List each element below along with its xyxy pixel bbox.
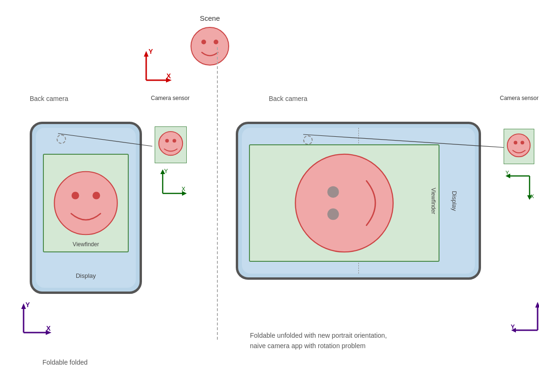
sensor-axes-right: Y X — [504, 169, 537, 201]
camera-sensor-label-left: Camera sensor — [151, 94, 190, 102]
svg-point-15 — [173, 139, 176, 142]
svg-point-9 — [54, 172, 117, 235]
phone-folded: Viewfinder Display — [30, 122, 142, 294]
svg-text:Y: Y — [164, 168, 168, 175]
back-camera-label-right: Back camera — [269, 94, 307, 104]
sensor-box-right — [504, 129, 534, 164]
axes-bottom-left: Y X — [14, 300, 57, 339]
sensor-axes-right-svg: Y X — [504, 169, 537, 200]
axes-bottom-right-svg: X Y — [509, 300, 539, 337]
sensor-face-right — [504, 129, 534, 164]
back-camera-label-left: Back camera — [30, 94, 68, 104]
top-coord-svg: Y X — [134, 47, 172, 85]
viewfinder-right — [249, 144, 439, 262]
svg-point-1 — [201, 40, 206, 44]
svg-point-34 — [521, 141, 524, 144]
svg-text:Y: Y — [149, 48, 153, 55]
svg-marker-42 — [535, 302, 539, 308]
phone-unfolded-screen: Viewfinder Display — [242, 128, 475, 274]
svg-text:X: X — [166, 72, 171, 80]
viewfinder-label-right: Viewfinder — [430, 188, 437, 214]
svg-point-13 — [159, 132, 182, 155]
axes-bottom-left-svg: Y X — [14, 300, 57, 337]
scene-label: Scene — [200, 14, 220, 22]
sensor-box-left — [155, 126, 187, 163]
svg-text:X: X — [531, 193, 534, 199]
svg-text:X: X — [46, 325, 51, 332]
camera-dot-right — [303, 135, 313, 145]
sensor-axes-left: Y X — [156, 167, 189, 200]
page: Scene Y X Back camera Camera sensor — [0, 0, 539, 392]
sensor-face-left — [155, 127, 186, 163]
svg-point-14 — [165, 139, 169, 142]
viewfinder-left: Viewfinder — [43, 154, 129, 252]
viewfinder-face-left — [44, 155, 128, 251]
svg-text:Y: Y — [25, 301, 30, 309]
svg-text:X: X — [182, 186, 185, 192]
svg-point-0 — [191, 27, 229, 65]
viewfinder-label-left: Viewfinder — [44, 241, 128, 248]
svg-point-29 — [327, 186, 339, 198]
camera-sensor-label-right: Camera sensor — [500, 94, 539, 102]
scene-container: Scene — [189, 14, 231, 67]
sensor-axes-left-svg: Y X — [156, 167, 189, 198]
svg-point-30 — [327, 209, 339, 220]
camera-dot-left — [57, 134, 66, 144]
divider — [217, 47, 218, 340]
svg-point-33 — [514, 141, 517, 144]
svg-point-11 — [92, 192, 100, 199]
svg-point-2 — [214, 40, 218, 44]
scene-face — [189, 25, 231, 67]
svg-text:Y: Y — [511, 323, 515, 330]
coord-axes-top: Y X — [134, 47, 172, 87]
svg-point-28 — [295, 154, 393, 252]
axes-bottom-right: X Y — [509, 300, 539, 339]
svg-point-10 — [72, 192, 79, 199]
svg-text:Y: Y — [506, 170, 509, 175]
folded-caption: Foldable folded — [42, 359, 88, 366]
display-label-left: Display — [36, 272, 136, 279]
svg-marker-4 — [144, 51, 149, 57]
unfolded-caption: Foldable unfolded with new portrait orie… — [250, 330, 401, 351]
phone-unfolded: Viewfinder Display — [236, 122, 481, 280]
viewfinder-face-right — [250, 145, 439, 261]
display-label-right: Display — [451, 191, 458, 211]
phone-folded-screen: Viewfinder Display — [36, 128, 136, 288]
